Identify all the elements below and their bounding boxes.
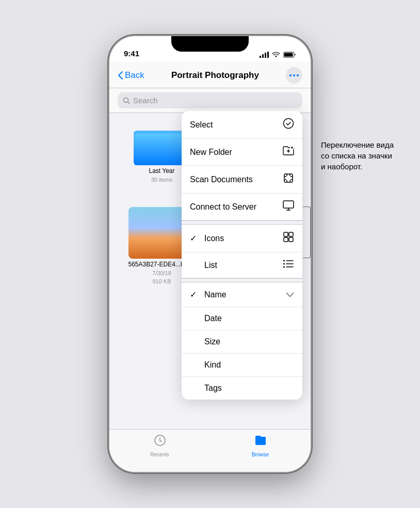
back-button[interactable]: Back (118, 70, 144, 81)
dropdown-overlay: Select New Folder (109, 111, 311, 472)
menu-item-connect-server[interactable]: Connect to Server (182, 194, 302, 220)
nav-bar: Back Portrait Photography (109, 62, 311, 88)
menu-item-kind-label: Kind (190, 360, 221, 370)
svg-rect-21 (289, 237, 293, 242)
back-label: Back (125, 70, 144, 81)
svg-rect-5 (284, 53, 293, 57)
svg-point-14 (284, 119, 294, 129)
svg-point-8 (297, 74, 299, 76)
checkmark-circle-icon (283, 118, 294, 132)
menu-item-date-label: Date (190, 314, 222, 323)
menu-item-name[interactable]: ✓ Name (182, 282, 302, 307)
menu-divider-1 (182, 220, 302, 225)
svg-point-24 (283, 266, 285, 268)
page-title: Portrait Photography (171, 70, 259, 81)
menu-item-list-label: List (190, 261, 217, 270)
menu-item-size[interactable]: Size (182, 330, 302, 354)
menu-item-tags[interactable]: Tags (182, 377, 302, 400)
checkmark-icons: ✓ (190, 233, 200, 243)
menu-item-kind[interactable]: Kind (182, 354, 302, 377)
svg-rect-16 (284, 174, 293, 182)
menu-item-select-label: Select (190, 120, 213, 130)
svg-point-22 (283, 260, 285, 262)
svg-rect-2 (265, 53, 266, 58)
menu-item-scan-label: Scan Documents (190, 175, 253, 184)
signal-icon (260, 52, 269, 58)
folder-plus-icon (283, 146, 294, 158)
svg-point-7 (293, 74, 295, 76)
status-time: 9:41 (124, 49, 139, 58)
wifi-icon (272, 52, 280, 58)
menu-item-select[interactable]: Select (182, 111, 302, 139)
menu-divider-2 (182, 278, 302, 282)
menu-item-new-folder-label: New Folder (190, 148, 232, 157)
more-button[interactable] (286, 67, 302, 84)
grid-icon (283, 231, 294, 245)
list-bullet-icon (283, 259, 294, 271)
context-menu: Select New Folder (182, 111, 302, 400)
menu-item-tags-label: Tags (190, 384, 222, 393)
menu-item-list[interactable]: List (182, 252, 302, 278)
svg-rect-18 (284, 232, 288, 236)
svg-point-6 (289, 74, 292, 76)
svg-rect-20 (284, 237, 288, 242)
menu-item-name-label: ✓ Name (190, 290, 227, 299)
annotation-bracket (303, 207, 311, 258)
svg-rect-3 (267, 52, 269, 58)
svg-rect-0 (260, 56, 261, 58)
menu-item-new-folder[interactable]: New Folder (182, 139, 302, 166)
menu-item-icons-label: ✓ Icons (190, 233, 224, 243)
svg-rect-1 (262, 54, 264, 58)
search-placeholder: Search (133, 96, 158, 105)
chevron-down-icon (286, 289, 294, 300)
menu-item-size-label: Size (190, 337, 220, 346)
menu-item-icons[interactable]: ✓ Icons (182, 225, 302, 252)
menu-item-date[interactable]: Date (182, 307, 302, 330)
battery-icon (283, 52, 296, 58)
viewfinder-icon (283, 172, 294, 186)
svg-point-23 (283, 263, 285, 265)
menu-item-scan-documents[interactable]: Scan Documents (182, 166, 302, 194)
menu-item-connect-label: Connect to Server (190, 202, 256, 212)
annotation-text: Переключение вида со списка на значки и … (321, 139, 420, 172)
search-input[interactable]: Search (118, 92, 302, 108)
svg-rect-19 (289, 232, 293, 236)
search-icon (123, 97, 130, 104)
search-bar-container: Search (109, 88, 311, 113)
display-icon (283, 200, 294, 213)
svg-rect-17 (283, 201, 294, 208)
status-icons (260, 52, 296, 58)
